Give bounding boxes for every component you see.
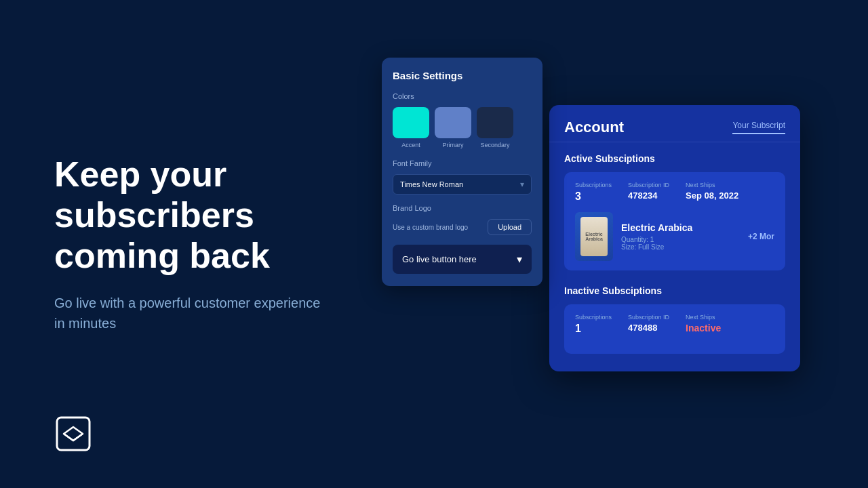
secondary-color-box[interactable] — [477, 107, 513, 138]
inactive-subscription-id-label: Subscription ID — [628, 314, 669, 321]
account-panel: Account Your Subscript Active Subsciptio… — [549, 105, 800, 371]
inactive-next-ships-item: Next Ships Inactive — [686, 314, 721, 335]
accent-swatch[interactable]: Accent — [393, 107, 429, 148]
account-header: Account Your Subscript — [549, 105, 800, 136]
product-more[interactable]: +2 Mor — [748, 232, 774, 241]
primary-color-box[interactable] — [435, 107, 471, 138]
inactive-section-title: Inactive Subsciptions — [564, 285, 785, 296]
accent-color-box[interactable] — [393, 107, 429, 138]
next-ships-item: Next Ships Sep 08, 2022 — [686, 182, 738, 203]
account-tab[interactable]: Your Subscript — [732, 121, 785, 134]
go-live-row[interactable]: Go live button here ▾ — [393, 245, 532, 274]
active-subscription-card: Subscriptions 3 Subscription ID 478234 N… — [564, 172, 785, 270]
inactive-subscription-id-item: Subscription ID 478488 — [628, 314, 669, 335]
inactive-subscriptions-label: Subscriptions — [575, 314, 612, 321]
subscriptions-value: 3 — [575, 190, 612, 203]
account-title: Account — [564, 119, 624, 136]
active-subscriptions-section: Active Subsciptions Subscriptions 3 Subs… — [549, 142, 800, 283]
brand-logo-desc: Use a custom brand logo — [393, 224, 468, 231]
active-meta-row: Subscriptions 3 Subscription ID 478234 N… — [575, 182, 774, 203]
subscription-id-value: 478234 — [628, 190, 669, 201]
next-ships-value: Sep 08, 2022 — [686, 190, 738, 201]
inactive-subscriptions-section: Inactive Subsciptions Subscriptions 1 Su… — [549, 283, 800, 371]
inactive-subscriptions-value: 1 — [575, 323, 612, 335]
subscriptions-label: Subscriptions — [575, 182, 612, 188]
chevron-down-icon: ▾ — [517, 253, 522, 266]
product-row: Electric Arabica Electric Arabica Quanti… — [575, 212, 774, 261]
inactive-subscription-card: Subscriptions 1 Subscription ID 478488 N… — [564, 304, 785, 354]
upload-button[interactable]: Upload — [488, 219, 532, 235]
hero-subtitle: Go live with a powerful customer experie… — [54, 293, 326, 333]
product-name: Electric Arabica — [621, 222, 740, 233]
active-section-title: Active Subsciptions — [564, 153, 785, 164]
font-family-value: Times New Roman — [400, 180, 463, 188]
brand-logo-label: Brand Logo — [393, 204, 532, 212]
accent-label: Accent — [401, 142, 420, 148]
chevron-down-icon: ▾ — [520, 180, 524, 189]
subscription-id-label: Subscription ID — [628, 182, 669, 188]
primary-swatch[interactable]: Primary — [435, 107, 471, 148]
colors-row: Accent Primary Secondary — [393, 107, 532, 148]
inactive-status: Inactive — [686, 323, 721, 333]
go-live-text: Go live button here — [402, 254, 477, 264]
subscription-id-item: Subscription ID 478234 — [628, 182, 669, 203]
font-family-select[interactable]: Times New Roman ▾ — [393, 174, 532, 195]
next-ships-label: Next Ships — [686, 182, 738, 188]
hero-section: Keep your subscribers coming back Go liv… — [54, 0, 380, 488]
brand-logo-row: Use a custom brand logo Upload — [393, 219, 532, 235]
svg-rect-0 — [57, 418, 90, 450]
product-size: Size: Full Size — [621, 243, 740, 251]
settings-panel-title: Basic Settings — [393, 70, 532, 81]
brand-logo-section: Brand Logo Use a custom brand logo Uploa… — [393, 204, 532, 235]
product-image-inner: Electric Arabica — [580, 217, 608, 256]
logo-icon — [54, 415, 92, 453]
subscriptions-count-item: Subscriptions 3 — [575, 182, 612, 203]
secondary-swatch[interactable]: Secondary — [477, 107, 513, 148]
settings-panel: Basic Settings Colors Accent Primary Sec… — [382, 58, 542, 286]
product-quantity: Quantity: 1 — [621, 236, 740, 243]
inactive-meta-row: Subscriptions 1 Subscription ID 478488 N… — [575, 314, 774, 335]
colors-label: Colors — [393, 92, 532, 100]
hero-title: Keep your subscribers coming back — [54, 155, 380, 276]
primary-label: Primary — [443, 142, 464, 148]
product-details: Electric Arabica Quantity: 1 Size: Full … — [621, 222, 740, 251]
product-image: Electric Arabica — [575, 212, 613, 261]
font-family-section: Font Family Times New Roman ▾ — [393, 159, 532, 195]
secondary-label: Secondary — [480, 142, 509, 148]
inactive-subscription-id-value: 478488 — [628, 323, 669, 333]
inactive-subscriptions-count-item: Subscriptions 1 — [575, 314, 612, 335]
inactive-next-ships-label: Next Ships — [686, 314, 721, 321]
font-family-label: Font Family — [393, 159, 532, 167]
logo — [54, 415, 92, 455]
